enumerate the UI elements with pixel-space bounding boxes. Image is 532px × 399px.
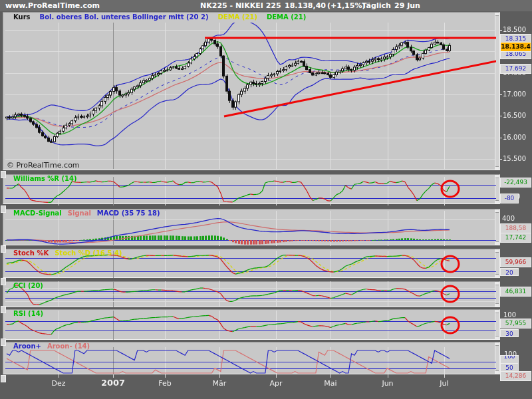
- value-box-stoch-1: 20: [500, 268, 519, 276]
- x-axis-tick-1: [113, 374, 114, 378]
- axis-label-main-0: 18.500: [503, 26, 526, 33]
- x-axis-tick-2: [165, 374, 166, 378]
- panel-resize-handle[interactable]: [495, 282, 499, 307]
- panel-resize-handle[interactable]: [495, 175, 499, 203]
- date-label: 29 Jun: [394, 1, 420, 10]
- axis-label-main-5: 15.500: [503, 155, 526, 162]
- indicator-name-macd-2[interactable]: MACD (35 75 18): [97, 209, 160, 217]
- panel-grip-macd[interactable]: [1, 205, 6, 213]
- panel-grip-stoch[interactable]: [1, 245, 6, 253]
- value-box-macd-0: 188,58: [500, 223, 531, 233]
- panel-grip-williams[interactable]: [1, 171, 6, 178]
- x-axis-label-2007: 2007: [101, 378, 125, 388]
- x-axis-label-Jun: Jun: [382, 379, 393, 388]
- panel-resize-handle[interactable]: [495, 13, 499, 170]
- panel-label-aroon[interactable]: Aroon+Aroon- (14): [13, 342, 96, 350]
- top-bar: www.ProRealTime.com NK225 - NIKKEI 225 1…: [0, 0, 532, 11]
- main-price-panel[interactable]: [3, 12, 500, 170]
- axis-label-rsi-0: 100: [503, 311, 516, 319]
- x-axis-label-Jul: Jul: [440, 379, 448, 388]
- legend-item-1[interactable]: Bol. oberes Bol. unteres Bollinger mitt …: [40, 13, 209, 21]
- indicator-name-cci-0[interactable]: CCI (20): [13, 282, 43, 289]
- x-axis-label-Dez: Dez: [51, 379, 65, 388]
- x-axis-label-Mai: Mai: [324, 379, 336, 388]
- axis-label-main-2: 17.000: [503, 90, 526, 98]
- indicator-name-williams-0[interactable]: Williams %R (14): [13, 175, 77, 182]
- axis-label-main-4: 16.000: [503, 134, 526, 141]
- value-box-williams-1: -80: [500, 194, 519, 203]
- panel-rsi[interactable]: [3, 309, 500, 340]
- panel-label-cci[interactable]: CCI (20): [13, 282, 49, 289]
- x-axis-tick-5: [331, 374, 331, 378]
- indicator-name-stoch-0[interactable]: Stoch %K: [13, 249, 49, 257]
- panel-label-macd[interactable]: MACD-SignalSignalMACD (35 75 18): [13, 209, 166, 217]
- value-box-rsi-0: 57,955: [500, 319, 531, 329]
- panel-label-stoch[interactable]: Stoch %KStoch %D (16 5 4): [13, 249, 128, 257]
- x-axis-tick-4: [276, 374, 277, 378]
- main-legend: KursBol. oberes Bol. unteres Bollinger m…: [13, 13, 315, 21]
- panel-label-williams[interactable]: Williams %R (14): [13, 175, 83, 182]
- panel-grip-rsi[interactable]: [1, 306, 6, 313]
- indicator-name-aroon-0[interactable]: Aroon+: [13, 342, 41, 350]
- x-axis-label-Feb: Feb: [158, 379, 171, 388]
- x-axis-tick-6: [388, 374, 388, 378]
- legend-item-3[interactable]: DEMA (21): [267, 13, 306, 21]
- watermark: © ProRealTime.com: [7, 161, 80, 170]
- value-box-aroon-2: 14,286: [500, 371, 531, 381]
- panel-resize-handle[interactable]: [495, 209, 499, 245]
- x-axis-label-Mär: Mär: [213, 379, 227, 388]
- value-box-stoch-0: 59,966: [500, 257, 531, 267]
- value-box-cci-0: 46,831: [500, 287, 531, 297]
- proreal-time-app: www.ProRealTime.com NK225 - NIKKEI 225 1…: [0, 0, 532, 399]
- panel-resize-handle[interactable]: [495, 342, 499, 374]
- panel-resize-handle[interactable]: [495, 249, 499, 277]
- indicator-name-aroon-1[interactable]: Aroon- (14): [47, 342, 90, 350]
- timeframe-label[interactable]: Täglich: [362, 1, 391, 10]
- instrument-title: NK225 - NIKKEI 225: [200, 1, 281, 10]
- panel-grip-aroon[interactable]: [1, 338, 6, 346]
- value-box-macd-1: 17,742: [500, 233, 531, 243]
- value-box-main-2: 18.138,4: [500, 42, 531, 52]
- panel-grip-cci[interactable]: [1, 278, 6, 285]
- axis-label-macd-0: 400: [502, 215, 515, 222]
- x-axis-tick-0: [59, 374, 59, 378]
- panel-label-rsi[interactable]: RSI (14): [13, 310, 49, 317]
- legend-item-2[interactable]: DEMA (21): [218, 13, 257, 21]
- panel-cci[interactable]: [3, 281, 500, 307]
- site-link[interactable]: www.ProRealTime.com: [5, 1, 100, 10]
- panel-grip-bottom[interactable]: [1, 375, 6, 382]
- panel-resize-handle[interactable]: [495, 310, 499, 339]
- x-axis-tick-7: [444, 374, 445, 378]
- value-box-williams-0: -22,493: [500, 178, 531, 188]
- last-price: 18.138,40: [285, 1, 326, 10]
- x-axis-label-Apr: Apr: [269, 379, 282, 388]
- value-box-main-3: 17.692: [500, 64, 531, 74]
- x-axis-tick-3: [219, 374, 220, 378]
- indicator-name-rsi-0[interactable]: RSI (14): [13, 310, 43, 317]
- axis-label-main-3: 16.500: [503, 112, 526, 119]
- percent-change: (+1,15%): [327, 1, 365, 10]
- indicator-name-macd-0[interactable]: MACD-Signal: [13, 209, 62, 217]
- indicator-name-stoch-1[interactable]: Stoch %D (16 5 4): [55, 249, 122, 257]
- value-box-rsi-1: 30: [500, 329, 519, 337]
- legend-item-0[interactable]: Kurs: [13, 13, 31, 21]
- indicator-name-macd-1[interactable]: Signal: [68, 209, 91, 217]
